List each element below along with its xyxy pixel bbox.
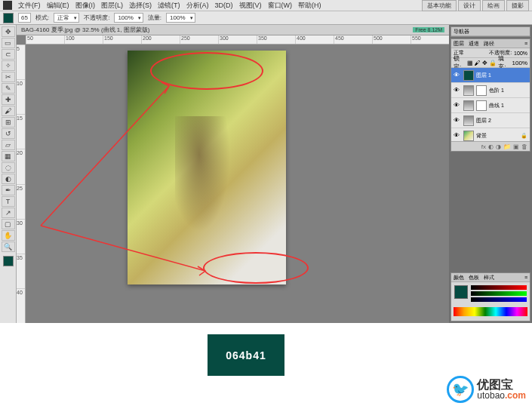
svg-line-0	[41, 86, 169, 226]
dodge-tool-icon[interactable]: ◐	[2, 174, 15, 184]
visibility-icon[interactable]: 👁	[454, 72, 461, 78]
layer-row[interactable]: 👁 图层 1	[451, 68, 530, 83]
eyedropper-tool-icon[interactable]: ✎	[2, 83, 15, 94]
tab-color[interactable]: 颜色	[454, 274, 464, 281]
menu-bar: 文件(F) 编辑(E) 图像(I) 图层(L) 选择(S) 滤镜(T) 分析(A…	[0, 0, 532, 11]
wand-tool-icon[interactable]: ✧	[2, 60, 15, 71]
move-tool-icon[interactable]: ✥	[2, 26, 15, 37]
brush-preview-icon[interactable]	[3, 13, 14, 23]
workspace-btn-paint[interactable]: 绘画	[482, 0, 505, 11]
visibility-icon[interactable]: 👁	[454, 102, 461, 109]
layer-name: 色阶 1	[489, 87, 504, 94]
opacity-label: 不透明度:	[84, 14, 109, 22]
foreground-color-swatch[interactable]	[3, 256, 14, 266]
lock-icon: 🔒	[521, 133, 527, 139]
canvas-area: BAG-4160 夏季.jpg @ 32.5% (曲线 1, 图层蒙版) Fre…	[17, 25, 449, 323]
layer-list: 👁 图层 1 👁 色阶 1 👁 曲线 1 👁	[451, 68, 530, 141]
layer-thumb	[463, 70, 474, 81]
visibility-icon[interactable]: 👁	[454, 132, 461, 139]
menu-filter[interactable]: 滤镜(T)	[158, 1, 180, 11]
layer-row[interactable]: 👁 色阶 1	[451, 83, 530, 98]
layer-thumb	[463, 115, 474, 126]
mask-icon[interactable]: ◐	[488, 143, 494, 150]
lock-position-icon[interactable]: ✥	[482, 60, 487, 66]
layer-row[interactable]: 👁 曲线 1	[451, 98, 530, 113]
watermark-bird-icon: 🐦	[447, 376, 474, 403]
menu-layer[interactable]: 图层(L)	[101, 1, 123, 11]
new-layer-icon[interactable]: ▣	[513, 143, 519, 150]
stamp-tool-icon[interactable]: ⊞	[2, 117, 15, 128]
layer-row[interactable]: 👁 图层 2	[451, 113, 530, 128]
watermark-domain: utobao.com	[477, 391, 526, 400]
lock-all-icon[interactable]: 🔒	[489, 60, 497, 66]
workspace-btn-basic[interactable]: 基本功能	[422, 0, 457, 11]
options-bar: 65 模式: 正常 不透明度: 100% 流量: 100%	[0, 11, 532, 25]
brush-tool-icon[interactable]: 🖌	[2, 106, 15, 116]
tab-swatches[interactable]: 色板	[469, 274, 479, 281]
healing-tool-icon[interactable]: ✚	[2, 94, 15, 105]
menu-help[interactable]: 帮助(H)	[298, 1, 321, 11]
document-title: BAG-4160 夏季.jpg @ 32.5% (曲线 1, 图层蒙版)	[21, 26, 149, 34]
tab-styles[interactable]: 样式	[484, 274, 494, 281]
zoom-tool-icon[interactable]: 🔍	[2, 241, 15, 252]
menu-image[interactable]: 图像(I)	[75, 1, 96, 11]
r-slider[interactable]	[471, 285, 527, 290]
ruler-vertical: 510152025303540	[17, 45, 26, 323]
marquee-tool-icon[interactable]: ▭	[2, 38, 15, 48]
adjustment-icon[interactable]: ◑	[496, 143, 501, 150]
menu-edit[interactable]: 编辑(E)	[47, 1, 69, 11]
layer-mask-thumb	[476, 85, 487, 96]
lock-transparent-icon[interactable]: ▦	[467, 60, 473, 66]
menu-3d[interactable]: 3D(D)	[215, 2, 233, 9]
flow-input[interactable]: 100%	[166, 13, 195, 23]
hand-tool-icon[interactable]: ✋	[2, 230, 15, 241]
pen-tool-icon[interactable]: ✒	[2, 185, 15, 195]
menu-analysis[interactable]: 分析(A)	[186, 1, 209, 11]
opacity-input[interactable]: 100%	[114, 13, 143, 23]
g-slider[interactable]	[471, 291, 527, 296]
layer-opacity-input[interactable]: 100%	[514, 51, 527, 56]
lasso-tool-icon[interactable]: ⊂	[2, 49, 15, 60]
menu-file[interactable]: 文件(F)	[18, 1, 41, 11]
document-tab[interactable]: BAG-4160 夏季.jpg @ 32.5% (曲线 1, 图层蒙版) Fre…	[17, 25, 449, 35]
text-tool-icon[interactable]: T	[2, 196, 15, 207]
fx-icon[interactable]: fx	[481, 143, 486, 150]
workspace-btn-design[interactable]: 设计	[458, 0, 481, 11]
canvas[interactable]	[26, 45, 449, 323]
tab-paths[interactable]: 路径	[484, 40, 494, 48]
flow-label: 流量:	[148, 14, 161, 22]
mode-label: 模式:	[35, 14, 49, 22]
path-tool-icon[interactable]: ↗	[2, 208, 15, 218]
visibility-icon[interactable]: 👁	[454, 117, 461, 124]
history-brush-tool-icon[interactable]: ↺	[2, 128, 15, 139]
layer-row[interactable]: 👁 背景 🔒	[451, 128, 530, 141]
b-slider[interactable]	[471, 297, 527, 302]
tab-layers[interactable]: 图层	[454, 40, 464, 48]
crop-tool-icon[interactable]: ✂	[2, 72, 15, 82]
shape-tool-icon[interactable]: ▢	[2, 219, 15, 229]
nav-tab-navigator[interactable]: 导航器	[454, 28, 469, 35]
layer-fill-input[interactable]: 100%	[512, 60, 527, 66]
lock-pixels-icon[interactable]: 🖌	[475, 60, 481, 66]
ruler-horizontal: 50100150200250300350400450500550	[26, 35, 449, 45]
tab-channels[interactable]: 通道	[469, 40, 479, 48]
menu-view[interactable]: 视图(V)	[239, 1, 262, 11]
folder-icon[interactable]: 📁	[503, 143, 511, 150]
annotation-arrows	[26, 45, 449, 323]
blur-tool-icon[interactable]: ◌	[2, 162, 15, 173]
watermark: 🐦 优图宝 utobao.com	[447, 376, 526, 403]
workspace-btn-photo[interactable]: 摄影	[506, 0, 529, 11]
brush-size-input[interactable]: 65	[18, 13, 31, 23]
visibility-icon[interactable]: 👁	[454, 87, 461, 94]
gradient-tool-icon[interactable]: ▦	[2, 151, 15, 161]
panel-menu-icon[interactable]: ≡	[524, 275, 527, 280]
eraser-tool-icon[interactable]: ▱	[2, 140, 15, 150]
trash-icon[interactable]: 🗑	[521, 143, 527, 150]
right-panels: 导航器 图层 通道 路径 ≡ 正常 不透明度: 100% 锁定: ▦ 🖌 ✥ 🔒	[449, 25, 532, 323]
color-fg-swatch[interactable]	[454, 285, 468, 299]
blend-mode-dropdown[interactable]: 正常	[54, 13, 79, 23]
panel-menu-icon[interactable]: ≡	[524, 41, 527, 46]
menu-window[interactable]: 窗口(W)	[268, 1, 293, 11]
color-spectrum[interactable]	[454, 307, 527, 316]
menu-select[interactable]: 选择(S)	[129, 1, 152, 11]
